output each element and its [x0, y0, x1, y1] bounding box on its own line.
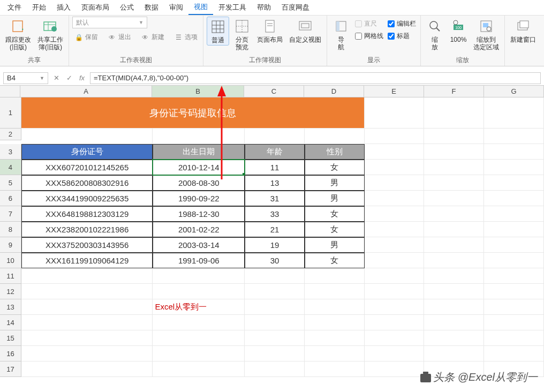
- cell[interactable]: [484, 284, 544, 299]
- menu-视图[interactable]: 视图: [188, 0, 213, 15]
- cell[interactable]: [424, 144, 484, 160]
- cell[interactable]: XXX344199009225635: [21, 191, 153, 206]
- cell[interactable]: 男: [305, 237, 365, 253]
- cell[interactable]: [484, 315, 544, 330]
- fx-icon[interactable]: fx: [77, 74, 87, 82]
- cell[interactable]: [305, 330, 365, 346]
- cell[interactable]: [365, 284, 425, 299]
- col-header-A[interactable]: A: [20, 86, 152, 97]
- menu-开发工具[interactable]: 开发工具: [213, 1, 252, 14]
- share-workbook-button[interactable]: 共享工作 簿(旧版): [35, 17, 65, 52]
- cell[interactable]: 1990-09-22: [153, 191, 245, 206]
- cell[interactable]: 13: [245, 175, 305, 191]
- cell[interactable]: [153, 129, 245, 144]
- menu-审阅[interactable]: 审阅: [164, 1, 188, 14]
- gridlines-checkbox[interactable]: 网格线: [354, 31, 384, 41]
- cell[interactable]: XXX607201012145265: [21, 160, 153, 175]
- keep-button[interactable]: 🔒保留: [72, 32, 100, 43]
- cell[interactable]: [365, 315, 425, 330]
- menu-页面布局[interactable]: 页面布局: [76, 1, 115, 14]
- menu-插入[interactable]: 插入: [51, 1, 76, 14]
- cell[interactable]: [484, 129, 544, 144]
- col-header-C[interactable]: C: [244, 86, 304, 97]
- cell[interactable]: [365, 129, 425, 144]
- col-header-D[interactable]: D: [304, 86, 364, 97]
- cell[interactable]: [424, 206, 484, 222]
- view-combo[interactable]: 默认▼: [72, 17, 147, 28]
- cell[interactable]: 2001-02-22: [153, 222, 245, 237]
- cell[interactable]: Excel从零到一: [153, 299, 245, 315]
- cell[interactable]: [21, 330, 153, 346]
- cell[interactable]: [424, 268, 484, 284]
- cell[interactable]: [21, 268, 153, 284]
- cell[interactable]: [305, 346, 365, 361]
- cell[interactable]: [365, 253, 425, 268]
- cell[interactable]: 出生日期: [153, 144, 245, 160]
- cell[interactable]: 2010-12-14: [153, 160, 245, 175]
- cell[interactable]: [245, 361, 305, 377]
- cell[interactable]: [365, 160, 425, 175]
- customview-button[interactable]: 自定义视图: [287, 17, 323, 44]
- headings-checkbox[interactable]: 标题: [387, 31, 417, 41]
- row-header-14[interactable]: 14: [0, 315, 21, 330]
- menu-开始[interactable]: 开始: [27, 1, 51, 14]
- options-button[interactable]: ☰选项: [172, 32, 200, 43]
- cell[interactable]: [245, 129, 305, 144]
- row-header-10[interactable]: 10: [0, 253, 21, 268]
- cell[interactable]: [245, 284, 305, 299]
- cell[interactable]: XXX586200808302916: [21, 175, 153, 191]
- cell[interactable]: [484, 191, 544, 206]
- cell[interactable]: [484, 253, 544, 268]
- cell[interactable]: XXX648198812303129: [21, 206, 153, 222]
- cell[interactable]: 女: [305, 160, 365, 175]
- cell[interactable]: [484, 160, 544, 175]
- row-header-16[interactable]: 16: [0, 346, 21, 361]
- cell[interactable]: [153, 268, 245, 284]
- cell[interactable]: 1991-09-06: [153, 253, 245, 268]
- spreadsheet-grid[interactable]: ABCDEFG 1身份证号码提取信息23身份证号出生日期年龄性别4XXX6072…: [0, 86, 544, 377]
- cell[interactable]: [365, 144, 425, 160]
- cell[interactable]: [153, 284, 245, 299]
- formula-input[interactable]: =TEXT(MID(A4,7,8),"0-00-00"): [90, 72, 541, 84]
- cell[interactable]: [153, 346, 245, 361]
- cell[interactable]: 33: [245, 206, 305, 222]
- cell[interactable]: [365, 175, 425, 191]
- cell[interactable]: [245, 299, 305, 315]
- cell[interactable]: 2003-03-14: [153, 237, 245, 253]
- row-header-13[interactable]: 13: [0, 299, 21, 315]
- row-header-15[interactable]: 15: [0, 330, 21, 346]
- cell[interactable]: [365, 346, 425, 361]
- menu-公式[interactable]: 公式: [115, 1, 139, 14]
- row-header-17[interactable]: 17: [0, 361, 21, 377]
- cell[interactable]: [153, 315, 245, 330]
- cell[interactable]: [424, 315, 484, 330]
- cell[interactable]: [305, 361, 365, 377]
- menu-帮助[interactable]: 帮助: [252, 1, 276, 14]
- cell[interactable]: [424, 299, 484, 315]
- cell[interactable]: [305, 129, 365, 144]
- cell[interactable]: 11: [245, 160, 305, 175]
- cell[interactable]: 21: [245, 222, 305, 237]
- cell[interactable]: [365, 206, 425, 222]
- menu-百度网盘[interactable]: 百度网盘: [276, 1, 315, 14]
- normal-view-button[interactable]: 普通: [207, 17, 229, 46]
- cell[interactable]: [21, 361, 153, 377]
- cell[interactable]: [365, 237, 425, 253]
- row-header-6[interactable]: 6: [0, 191, 21, 206]
- zoom-100-button[interactable]: 100100%: [448, 17, 469, 44]
- cell[interactable]: 女: [305, 253, 365, 268]
- cell[interactable]: [21, 315, 153, 330]
- row-header-4[interactable]: 4: [0, 160, 21, 175]
- cell[interactable]: 女: [305, 222, 365, 237]
- row-header-2[interactable]: 2: [0, 129, 21, 140]
- cell[interactable]: [484, 222, 544, 237]
- row-header-7[interactable]: 7: [0, 206, 21, 222]
- ruler-checkbox[interactable]: 直尺: [354, 19, 384, 29]
- cell[interactable]: [424, 330, 484, 346]
- cell[interactable]: [484, 346, 544, 361]
- select-all-corner[interactable]: [0, 86, 20, 97]
- cell[interactable]: [424, 160, 484, 175]
- cell[interactable]: [424, 222, 484, 237]
- new-window-button[interactable]: 新建窗口: [508, 17, 538, 44]
- new-view-button[interactable]: 👁新建: [139, 32, 167, 43]
